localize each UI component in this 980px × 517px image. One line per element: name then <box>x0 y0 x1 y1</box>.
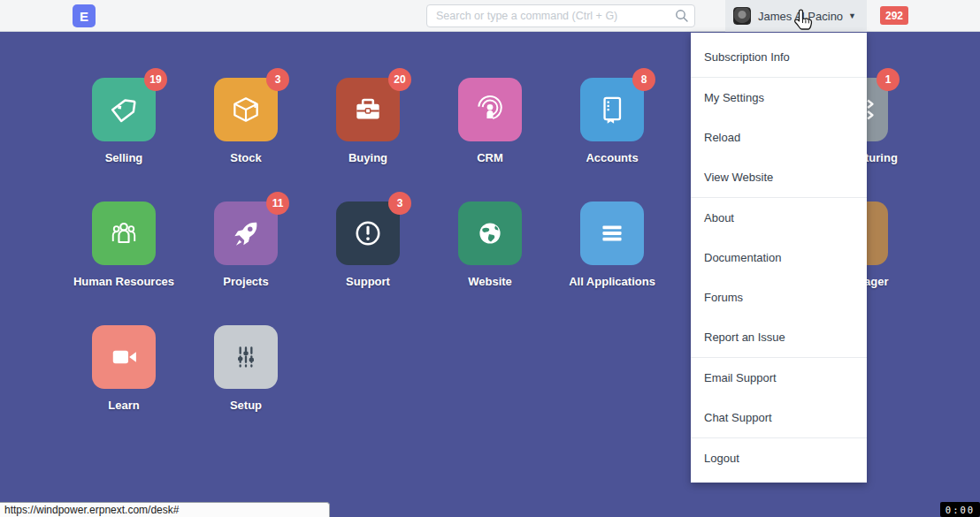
tile-all-applications[interactable]: All Applications <box>580 201 644 299</box>
sliders-icon <box>229 340 263 374</box>
tag-icon <box>107 93 141 126</box>
tile-setup[interactable]: Setup <box>214 325 278 422</box>
global-search <box>426 4 695 27</box>
tile-icon <box>458 78 522 141</box>
menu-item-reload[interactable]: Reload <box>691 118 867 157</box>
people-icon <box>106 216 142 251</box>
menu-item-documentation[interactable]: Documentation <box>691 238 867 278</box>
tile-icon: 3 <box>336 201 400 265</box>
tile-label: All Applications <box>569 275 655 288</box>
tile-label: Setup <box>230 399 262 412</box>
recording-timer: 0:00 <box>940 502 980 517</box>
tile-icon <box>458 201 522 265</box>
tile-label: Human Resources <box>73 275 174 288</box>
tile-icon: 19 <box>92 78 156 141</box>
menu-item-email-support[interactable]: Email Support <box>691 358 867 398</box>
menu-group: Subscription Info <box>691 37 867 77</box>
globe-icon <box>473 217 507 250</box>
notification-count-badge[interactable]: 292 <box>880 6 908 25</box>
count-badge: 19 <box>144 68 167 91</box>
app-logo[interactable]: E <box>73 4 96 27</box>
search-icon <box>675 9 689 23</box>
tile-icon: 3 <box>214 78 278 141</box>
count-badge: 8 <box>632 68 655 91</box>
tile-label: Stock <box>230 151 261 164</box>
tile-label: CRM <box>477 151 503 164</box>
tile-crm[interactable]: CRM <box>458 78 522 175</box>
tile-icon: 20 <box>336 78 400 141</box>
count-badge: 1 <box>877 68 900 91</box>
tile-stock[interactable]: 3 Stock <box>214 78 278 175</box>
menu-item-subscription-info[interactable]: Subscription Info <box>691 37 867 77</box>
menu-bars-icon <box>595 217 629 250</box>
avatar <box>733 7 751 25</box>
tile-buying[interactable]: 20 Buying <box>336 78 400 175</box>
box-icon <box>229 93 263 126</box>
menu-item-my-settings[interactable]: My Settings <box>691 78 867 118</box>
tile-icon: 8 <box>580 78 644 141</box>
browser-status-url: https://windpower.erpnext.com/desk# <box>0 502 330 517</box>
tile-label-partial: ager <box>864 275 888 288</box>
menu-item-chat-support[interactable]: Chat Support <box>691 398 867 437</box>
tile-label: Website <box>468 275 512 288</box>
tile-projects[interactable]: 11 Projects <box>214 201 278 299</box>
menu-item-forums[interactable]: Forums <box>691 278 867 317</box>
menu-group: My Settings Reload View Website <box>691 77 867 197</box>
alert-circle-icon <box>350 216 386 251</box>
count-badge: 3 <box>266 68 289 91</box>
tile-label: Buying <box>348 151 387 164</box>
menu-group: Logout <box>691 437 867 478</box>
video-camera-icon <box>106 339 142 375</box>
ledger-icon <box>595 93 629 126</box>
menu-group: Email Support Chat Support <box>691 357 867 437</box>
search-input[interactable] <box>426 4 695 27</box>
user-name: James Al Pacino <box>758 10 843 23</box>
tile-label: Learn <box>108 399 139 412</box>
tile-support[interactable]: 3 Support <box>336 201 400 299</box>
menu-item-logout[interactable]: Logout <box>691 438 867 478</box>
user-dropdown-menu: Subscription Info My Settings Reload Vie… <box>691 33 867 483</box>
tile-selling[interactable]: 19 Selling <box>92 78 156 175</box>
tile-website[interactable]: Website <box>458 201 522 299</box>
chevron-down-icon: ▼ <box>848 11 856 20</box>
menu-item-about[interactable]: About <box>691 198 867 238</box>
briefcase-icon <box>351 93 385 126</box>
tile-label: Support <box>346 275 390 288</box>
user-menu-toggle[interactable]: James Al Pacino ▼ <box>725 0 867 32</box>
menu-group: About Documentation Forums Report an Iss… <box>691 197 867 357</box>
tile-human-resources[interactable]: Human Resources <box>92 201 156 299</box>
tile-icon <box>92 325 156 389</box>
tile-label: Selling <box>105 151 143 164</box>
count-badge: 3 <box>388 192 411 215</box>
tile-icon: 11 <box>214 201 278 265</box>
menu-item-view-website[interactable]: View Website <box>691 157 867 197</box>
tile-label: Accounts <box>586 151 638 164</box>
top-navbar: E James Al Pacino ▼ 292 <box>0 0 980 32</box>
tile-icon <box>580 201 644 265</box>
count-badge: 20 <box>388 68 411 91</box>
tile-label-partial: turing <box>865 151 898 164</box>
count-badge: 11 <box>266 192 289 215</box>
menu-item-report-an-issue[interactable]: Report an Issue <box>691 317 867 357</box>
tile-accounts[interactable]: 8 Accounts <box>580 78 644 175</box>
tile-icon <box>92 201 156 265</box>
tile-label: Projects <box>223 275 268 288</box>
desk-page: E James Al Pacino ▼ 292 Subscription Inf… <box>0 0 980 517</box>
rocket-icon <box>229 217 263 250</box>
tile-icon <box>214 325 278 389</box>
podcast-icon <box>472 92 508 127</box>
tile-learn[interactable]: Learn <box>92 325 156 422</box>
